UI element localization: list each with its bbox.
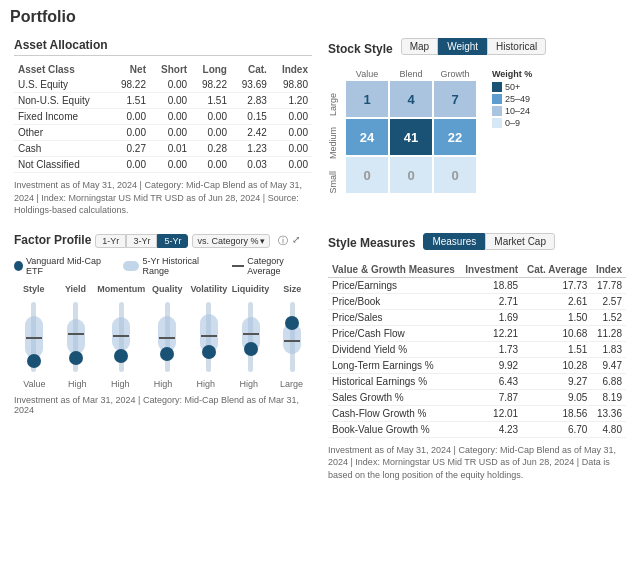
style-cell-2-0: 0: [346, 157, 388, 193]
aa-class: Non-U.S. Equity: [14, 93, 110, 109]
sm-index: 11.28: [591, 325, 626, 341]
info-icon[interactable]: ⓘ: [278, 234, 288, 248]
fund-legend-label: Vanguard Mid-Cap ETF: [26, 256, 111, 276]
legend-item-label: 0–9: [505, 118, 520, 128]
col-header-value: Value: [346, 69, 388, 79]
row-label-small: Small: [328, 171, 338, 194]
style-measures-tabs: Measures Market Cap: [423, 233, 555, 250]
fund-dot: [27, 354, 41, 368]
aa-col-index: Index: [271, 62, 312, 77]
avg-line: [113, 335, 129, 337]
aa-class: Not Classified: [14, 157, 110, 173]
tab-3yr[interactable]: 3-Yr: [126, 234, 157, 248]
aa-index: 1.20: [271, 93, 312, 109]
expand-icon[interactable]: ⤢: [292, 234, 300, 248]
style-grid-wrapper: Large Medium Small Value Blend Growth 14…: [328, 69, 476, 199]
tab-market-cap[interactable]: Market Cap: [485, 233, 555, 250]
tab-measures[interactable]: Measures: [423, 233, 485, 250]
aa-index: 0.00: [271, 157, 312, 173]
aa-class: Cash: [14, 141, 110, 157]
aa-net: 0.00: [110, 109, 150, 125]
sm-index: 8.19: [591, 389, 626, 405]
legend-item-label: 10–24: [505, 106, 530, 116]
aa-index: 0.00: [271, 141, 312, 157]
sm-col-cat-avg: Cat. Average: [522, 262, 591, 278]
asset-allocation-title: Asset Allocation: [14, 38, 312, 56]
sm-cat-avg: 1.51: [522, 341, 591, 357]
aa-cat: 2.83: [231, 93, 271, 109]
avg-line: [68, 333, 84, 335]
sm-col-investment: Investment: [461, 262, 523, 278]
stock-style-title: Stock Style: [328, 42, 393, 59]
aa-class: Fixed Income: [14, 109, 110, 125]
tab-5yr[interactable]: 5-Yr: [157, 234, 188, 248]
sm-index: 9.47: [591, 357, 626, 373]
sm-row: Cash-Flow Growth % 12.01 18.56 13.36: [328, 405, 626, 421]
row-label-medium: Medium: [328, 127, 338, 159]
aa-long: 1.51: [191, 93, 231, 109]
style-cell-0-1: 4: [390, 81, 432, 117]
aa-col-short: Short: [150, 62, 191, 77]
fp-footnote: Investment as of Mar 31, 2024 | Category…: [14, 395, 312, 415]
sm-cat-avg: 6.70: [522, 421, 591, 437]
sm-index: 2.57: [591, 293, 626, 309]
fund-dot-icon: [14, 261, 23, 271]
aa-footnote: Investment as of May 31, 2024 | Category…: [14, 179, 312, 217]
legend-color-box: [492, 82, 502, 92]
aa-net: 0.00: [110, 157, 150, 173]
sm-row: Historical Earnings % 6.43 9.27 6.88: [328, 373, 626, 389]
sm-cat-avg: 9.27: [522, 373, 591, 389]
sm-measure: Long-Term Earnings %: [328, 357, 461, 373]
aa-net: 98.22: [110, 77, 150, 93]
avg-line: [26, 337, 42, 339]
tab-1yr[interactable]: 1-Yr: [95, 234, 126, 248]
aa-net: 0.27: [110, 141, 150, 157]
tab-historical[interactable]: Historical: [487, 38, 546, 55]
sm-measure: Book-Value Growth %: [328, 421, 461, 437]
style-measures-table: Value & Growth Measures Investment Cat. …: [328, 262, 626, 438]
legend-item: 10–24: [492, 106, 532, 116]
factor-col-size: Size: [272, 284, 312, 377]
sm-investment: 2.71: [461, 293, 523, 309]
sm-cat-avg: 10.28: [522, 357, 591, 373]
sm-row: Book-Value Growth % 4.23 6.70 4.80: [328, 421, 626, 437]
tab-map[interactable]: Map: [401, 38, 438, 55]
avg-line: [284, 340, 300, 342]
aa-index: 0.00: [271, 109, 312, 125]
tab-weight[interactable]: Weight: [438, 38, 487, 55]
sm-measure: Cash-Flow Growth %: [328, 405, 461, 421]
factor-label: Volatility: [190, 284, 227, 294]
col-header-growth: Growth: [434, 69, 476, 79]
aa-long: 0.00: [191, 109, 231, 125]
aa-class: U.S. Equity: [14, 77, 110, 93]
sm-investment: 6.43: [461, 373, 523, 389]
style-measures-section: Style Measures Measures Market Cap Value…: [324, 229, 630, 486]
avg-line: [201, 335, 217, 337]
factor-label: Style: [23, 284, 45, 294]
fund-dot: [244, 342, 258, 356]
compare-dropdown[interactable]: vs. Category % ▾: [192, 234, 270, 248]
sm-row: Dividend Yield % 1.73 1.51 1.83: [328, 341, 626, 357]
aa-col-long: Long: [191, 62, 231, 77]
sm-cat-avg: 10.68: [522, 325, 591, 341]
factor-sublabel: High: [57, 379, 98, 389]
sm-footnote: Investment as of May 31, 2024 | Category…: [328, 444, 626, 482]
sm-measure: Price/Cash Flow: [328, 325, 461, 341]
aa-row: Not Classified 0.00 0.00 0.00 0.03 0.00: [14, 157, 312, 173]
style-measures-title: Style Measures: [328, 236, 415, 253]
style-cell-1-1: 41: [390, 119, 432, 155]
aa-cat: 0.15: [231, 109, 271, 125]
factor-range-blob: [67, 319, 85, 354]
aa-col-cat: Cat.: [231, 62, 271, 77]
aa-cat: 2.42: [231, 125, 271, 141]
factor-sublabel: High: [143, 379, 184, 389]
factor-col-quality: Quality: [147, 284, 187, 377]
sm-row: Price/Sales 1.69 1.50 1.52: [328, 309, 626, 325]
sm-row: Price/Earnings 18.85 17.73 17.78: [328, 277, 626, 293]
factor-sublabel: Value: [14, 379, 55, 389]
factor-time-tabs: 1-Yr 3-Yr 5-Yr: [95, 234, 188, 248]
aa-long: 0.00: [191, 125, 231, 141]
fund-dot: [69, 351, 83, 365]
sm-investment: 18.85: [461, 277, 523, 293]
legend-color-box: [492, 94, 502, 104]
